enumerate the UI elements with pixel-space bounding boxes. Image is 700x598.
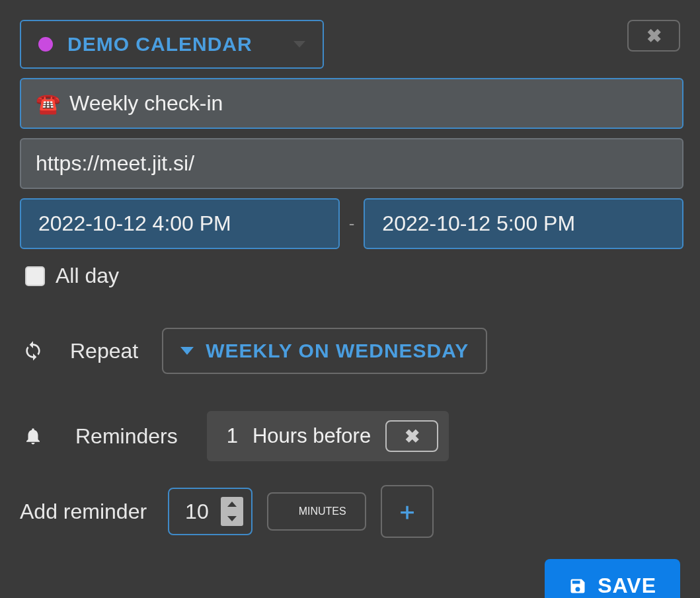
- add-reminder-button[interactable]: ＋: [381, 485, 434, 538]
- start-datetime-text: 2022-10-12 4:00 PM: [38, 211, 231, 235]
- repeat-select[interactable]: WEEKLY ON WEDNESDAY: [162, 328, 487, 374]
- reminder-qty: 1: [227, 424, 238, 448]
- chevron-down-icon: [293, 41, 305, 48]
- add-reminder-unit: MINUTES: [299, 505, 346, 517]
- chevron-down-icon: [180, 347, 194, 355]
- reminder-item: 1 Hours before ✖: [207, 411, 449, 461]
- event-location-text: https://meet.jit.si/: [36, 151, 194, 175]
- chevron-down-icon: [227, 516, 237, 521]
- remove-reminder-button[interactable]: ✖: [385, 420, 438, 452]
- plus-icon: ＋: [395, 496, 419, 528]
- calendar-color-dot: [38, 37, 53, 52]
- all-day-checkbox[interactable]: [25, 266, 45, 286]
- save-button[interactable]: SAVE: [545, 559, 680, 598]
- all-day-label: All day: [56, 264, 119, 288]
- chevron-up-icon: [227, 502, 237, 507]
- close-button[interactable]: ✖: [627, 20, 680, 52]
- repeat-icon: [20, 340, 46, 361]
- close-icon: ✖: [405, 426, 420, 447]
- repeat-label: Repeat: [70, 339, 138, 363]
- event-location-input[interactable]: https://meet.jit.si/: [20, 138, 683, 189]
- datetime-separator: -: [349, 213, 355, 234]
- calendar-select[interactable]: DEMO CALENDAR: [20, 20, 324, 69]
- reminder-unit: Hours before: [253, 424, 371, 448]
- save-button-label: SAVE: [598, 574, 656, 598]
- add-reminder-value-input[interactable]: 10: [168, 488, 253, 535]
- end-datetime-input[interactable]: 2022-10-12 5:00 PM: [364, 198, 683, 249]
- add-reminder-value: 10: [185, 500, 209, 524]
- number-stepper[interactable]: [221, 497, 243, 526]
- add-reminder-label: Add reminder: [20, 500, 147, 524]
- repeat-value: WEEKLY ON WEDNESDAY: [206, 340, 469, 362]
- event-title-input[interactable]: ☎️ Weekly check-in: [20, 78, 683, 129]
- save-icon: [568, 577, 587, 595]
- reminders-label: Reminders: [75, 424, 178, 449]
- bell-icon: [20, 426, 46, 446]
- calendar-name: DEMO CALENDAR: [67, 33, 253, 56]
- close-icon: ✖: [646, 25, 662, 47]
- end-datetime-text: 2022-10-12 5:00 PM: [382, 211, 575, 235]
- add-reminder-unit-select[interactable]: MINUTES: [267, 492, 366, 531]
- event-title-text: Weekly check-in: [69, 91, 223, 116]
- phone-icon: ☎️: [36, 92, 60, 115]
- start-datetime-input[interactable]: 2022-10-12 4:00 PM: [20, 198, 340, 249]
